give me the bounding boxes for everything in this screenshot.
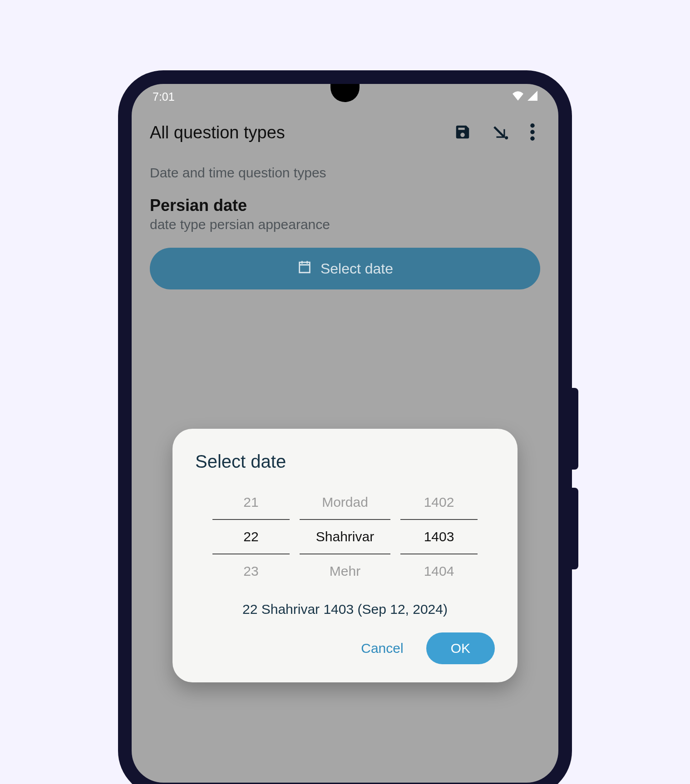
selected-date-text: 22 Shahrivar 1403 (Sep 12, 2024) [195, 602, 495, 617]
kebab-menu-icon[interactable] [530, 123, 535, 142]
status-time: 7:01 [153, 90, 175, 103]
year-spinner[interactable]: 1402 1403 1404 [400, 485, 478, 588]
question-title: Persian date [150, 196, 540, 215]
ok-button[interactable]: OK [426, 632, 495, 664]
day-next[interactable]: 23 [212, 554, 290, 588]
select-date-button[interactable]: Select date [150, 248, 540, 289]
year-next[interactable]: 1404 [400, 554, 478, 588]
section-caption: Date and time question types [150, 165, 540, 181]
month-prev[interactable]: Mordad [300, 485, 390, 519]
wifi-icon [512, 90, 524, 103]
cancel-button[interactable]: Cancel [356, 634, 408, 662]
day-current[interactable]: 22 [212, 519, 290, 554]
year-current[interactable]: 1403 [400, 519, 478, 554]
volume-up-button[interactable] [572, 388, 578, 470]
dialog-title: Select date [195, 451, 495, 472]
page-title: All question types [150, 123, 285, 142]
phone-frame: 7:01 All question types [118, 70, 572, 784]
month-next[interactable]: Mehr [300, 554, 390, 588]
jump-icon[interactable] [492, 123, 509, 142]
month-spinner[interactable]: Mordad Shahrivar Mehr [300, 485, 390, 588]
day-prev[interactable]: 21 [212, 485, 290, 519]
svg-point-1 [530, 123, 535, 128]
svg-point-2 [530, 130, 535, 134]
year-prev[interactable]: 1402 [400, 485, 478, 519]
cell-signal-icon [527, 90, 537, 103]
select-date-label: Select date [320, 260, 393, 277]
svg-point-3 [530, 136, 535, 141]
month-current[interactable]: Shahrivar [300, 519, 390, 554]
calendar-icon [297, 259, 312, 278]
question-hint: date type persian appearance [150, 217, 540, 232]
volume-down-button[interactable] [572, 488, 578, 569]
screen: 7:01 All question types [132, 84, 558, 783]
app-header: All question types [132, 109, 558, 147]
day-spinner[interactable]: 21 22 23 [212, 485, 290, 588]
save-icon[interactable] [454, 123, 471, 142]
svg-point-0 [505, 136, 508, 139]
date-picker-dialog: Select date 21 22 23 Mordad Shahrivar Me… [172, 429, 518, 682]
